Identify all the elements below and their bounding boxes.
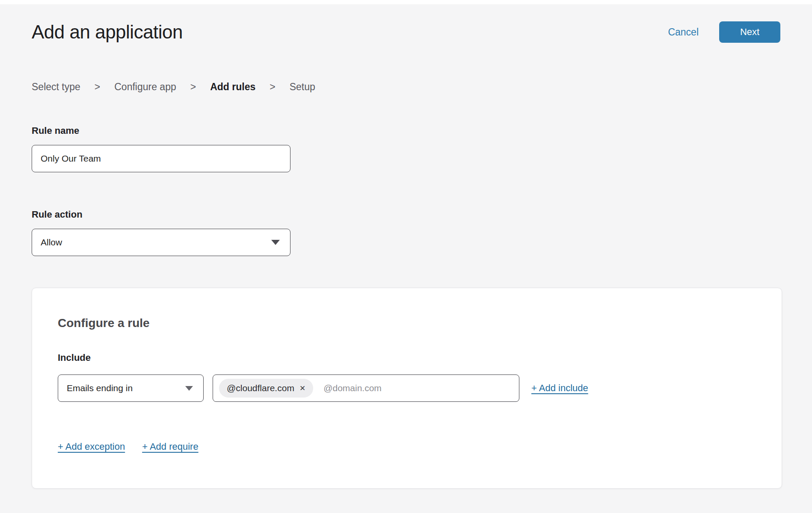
rule-name-label: Rule name <box>32 125 780 136</box>
add-require-link[interactable]: + Add require <box>142 441 198 452</box>
configure-rule-card: Configure a rule Include Emails ending i… <box>32 288 782 489</box>
include-selector-value: Emails ending in <box>67 383 133 393</box>
breadcrumb-step-configure-app[interactable]: Configure app <box>114 81 176 93</box>
breadcrumb-step-select-type[interactable]: Select type <box>32 81 80 93</box>
rule-action-select[interactable]: Allow <box>32 229 290 256</box>
breadcrumb-separator: > <box>190 81 196 93</box>
email-domain-text-input[interactable] <box>323 383 513 393</box>
page-title: Add an application <box>32 21 183 43</box>
rule-extra-links: + Add exception + Add require <box>58 441 756 452</box>
email-domain-tag-label: @cloudflare.com <box>227 383 294 393</box>
rule-action-selected-value: Allow <box>41 237 62 248</box>
breadcrumb: Select type > Configure app > Add rules … <box>32 81 780 93</box>
remove-tag-icon[interactable]: ✕ <box>299 385 305 392</box>
header-actions: Cancel Next <box>668 21 780 43</box>
breadcrumb-separator: > <box>95 81 100 93</box>
cancel-button[interactable]: Cancel <box>668 27 699 38</box>
rule-action-label: Rule action <box>32 209 780 220</box>
breadcrumb-separator: > <box>270 81 275 93</box>
configure-rule-title: Configure a rule <box>58 316 756 330</box>
include-rule-row: Emails ending in @cloudflare.com ✕ + Add… <box>58 374 756 402</box>
include-values-input[interactable]: @cloudflare.com ✕ <box>213 374 519 402</box>
breadcrumb-step-setup[interactable]: Setup <box>290 81 315 93</box>
next-button[interactable]: Next <box>719 21 780 43</box>
add-exception-link[interactable]: + Add exception <box>58 441 125 452</box>
breadcrumb-step-add-rules[interactable]: Add rules <box>210 81 255 93</box>
top-strip <box>0 0 812 4</box>
email-domain-tag: @cloudflare.com ✕ <box>219 379 313 398</box>
chevron-down-icon <box>271 240 280 245</box>
add-include-link[interactable]: + Add include <box>531 383 588 394</box>
include-label: Include <box>58 352 756 363</box>
rule-name-input[interactable] <box>32 145 290 172</box>
chevron-down-icon <box>185 386 193 391</box>
include-selector-select[interactable]: Emails ending in <box>58 374 204 402</box>
add-application-page: Add an application Cancel Next Select ty… <box>0 21 812 489</box>
page-header: Add an application Cancel Next <box>32 21 780 43</box>
